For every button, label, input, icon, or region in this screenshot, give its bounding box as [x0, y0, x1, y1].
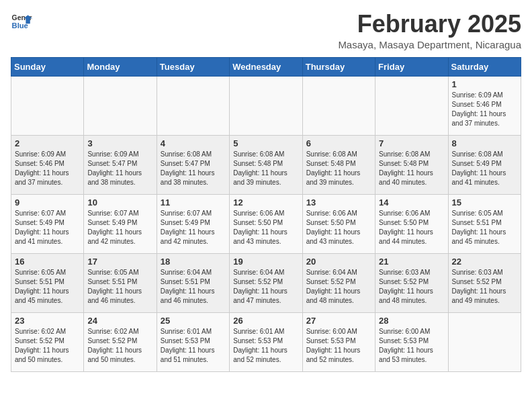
- logo: General Blue: [11, 11, 32, 32]
- day-number: 25: [161, 316, 226, 326]
- day-info: Sunrise: 6:08 AM Sunset: 5:49 PM Dayligh…: [452, 150, 517, 187]
- day-number: 18: [161, 257, 226, 267]
- calendar-cell: 10Sunrise: 6:07 AM Sunset: 5:49 PM Dayli…: [84, 194, 157, 253]
- weekday-header-saturday: Saturday: [448, 57, 521, 76]
- week-row-3: 9Sunrise: 6:07 AM Sunset: 5:49 PM Daylig…: [11, 194, 521, 253]
- day-info: Sunrise: 6:05 AM Sunset: 5:51 PM Dayligh…: [452, 209, 517, 246]
- day-number: 19: [233, 257, 298, 267]
- page-header: General Blue February 2025 Masaya, Masay…: [11, 11, 521, 50]
- calendar-cell: 25Sunrise: 6:01 AM Sunset: 5:53 PM Dayli…: [157, 312, 229, 371]
- calendar-cell: 19Sunrise: 6:04 AM Sunset: 5:52 PM Dayli…: [230, 253, 302, 312]
- day-info: Sunrise: 6:03 AM Sunset: 5:52 PM Dayligh…: [379, 268, 444, 306]
- calendar-cell: 28Sunrise: 6:00 AM Sunset: 5:53 PM Dayli…: [375, 312, 448, 371]
- day-info: Sunrise: 6:01 AM Sunset: 5:53 PM Dayligh…: [161, 327, 226, 365]
- day-info: Sunrise: 6:04 AM Sunset: 5:51 PM Dayligh…: [161, 268, 226, 306]
- weekday-header-friday: Friday: [375, 57, 448, 76]
- calendar-cell: [230, 76, 302, 135]
- day-number: 28: [379, 316, 444, 326]
- calendar-cell: 21Sunrise: 6:03 AM Sunset: 5:52 PM Dayli…: [375, 253, 448, 312]
- day-number: 26: [233, 316, 298, 326]
- calendar-cell: 2Sunrise: 6:09 AM Sunset: 5:46 PM Daylig…: [11, 135, 84, 194]
- day-number: 23: [15, 316, 80, 326]
- calendar-cell: 12Sunrise: 6:06 AM Sunset: 5:50 PM Dayli…: [230, 194, 302, 253]
- day-info: Sunrise: 6:02 AM Sunset: 5:52 PM Dayligh…: [87, 327, 152, 365]
- calendar-cell: 20Sunrise: 6:04 AM Sunset: 5:52 PM Dayli…: [302, 253, 375, 312]
- day-number: 15: [452, 197, 517, 208]
- day-info: Sunrise: 6:08 AM Sunset: 5:47 PM Dayligh…: [161, 150, 226, 187]
- day-number: 14: [379, 197, 444, 208]
- day-number: 5: [233, 138, 298, 148]
- day-info: Sunrise: 6:06 AM Sunset: 5:50 PM Dayligh…: [306, 209, 371, 246]
- day-number: 20: [306, 257, 371, 267]
- weekday-header-monday: Monday: [84, 57, 157, 76]
- day-number: 21: [379, 257, 444, 267]
- day-number: 11: [161, 197, 226, 208]
- day-info: Sunrise: 6:07 AM Sunset: 5:49 PM Dayligh…: [161, 209, 226, 246]
- calendar-cell: 7Sunrise: 6:08 AM Sunset: 5:48 PM Daylig…: [375, 135, 448, 194]
- calendar-cell: 3Sunrise: 6:09 AM Sunset: 5:47 PM Daylig…: [84, 135, 157, 194]
- day-info: Sunrise: 6:05 AM Sunset: 5:51 PM Dayligh…: [15, 268, 80, 306]
- day-info: Sunrise: 6:06 AM Sunset: 5:50 PM Dayligh…: [379, 209, 444, 246]
- day-number: 6: [306, 138, 371, 148]
- week-row-5: 23Sunrise: 6:02 AM Sunset: 5:52 PM Dayli…: [11, 312, 521, 371]
- calendar-cell: 16Sunrise: 6:05 AM Sunset: 5:51 PM Dayli…: [11, 253, 84, 312]
- calendar-cell: [84, 76, 157, 135]
- day-info: Sunrise: 6:02 AM Sunset: 5:52 PM Dayligh…: [15, 327, 80, 365]
- day-info: Sunrise: 6:08 AM Sunset: 5:48 PM Dayligh…: [306, 150, 371, 187]
- day-number: 22: [452, 257, 517, 267]
- day-number: 13: [306, 197, 371, 208]
- day-info: Sunrise: 6:08 AM Sunset: 5:48 PM Dayligh…: [379, 150, 444, 187]
- logo-icon: General Blue: [11, 11, 32, 32]
- day-info: Sunrise: 6:07 AM Sunset: 5:49 PM Dayligh…: [15, 209, 80, 246]
- day-info: Sunrise: 6:04 AM Sunset: 5:52 PM Dayligh…: [233, 268, 298, 306]
- calendar-cell: 6Sunrise: 6:08 AM Sunset: 5:48 PM Daylig…: [302, 135, 375, 194]
- calendar-cell: [375, 76, 448, 135]
- day-number: 7: [379, 138, 444, 148]
- day-number: 12: [233, 197, 298, 208]
- calendar-cell: 15Sunrise: 6:05 AM Sunset: 5:51 PM Dayli…: [448, 194, 521, 253]
- day-info: Sunrise: 6:09 AM Sunset: 5:47 PM Dayligh…: [87, 150, 152, 187]
- day-number: 3: [87, 138, 152, 148]
- day-info: Sunrise: 6:09 AM Sunset: 5:46 PM Dayligh…: [15, 150, 80, 187]
- day-number: 1: [452, 79, 517, 89]
- location-subtitle: Masaya, Masaya Department, Nicaragua: [338, 39, 521, 50]
- day-info: Sunrise: 6:00 AM Sunset: 5:53 PM Dayligh…: [379, 327, 444, 365]
- calendar-cell: 27Sunrise: 6:00 AM Sunset: 5:53 PM Dayli…: [302, 312, 375, 371]
- calendar-cell: 9Sunrise: 6:07 AM Sunset: 5:49 PM Daylig…: [11, 194, 84, 253]
- weekday-header-row: SundayMondayTuesdayWednesdayThursdayFrid…: [11, 57, 521, 76]
- day-number: 8: [452, 138, 517, 148]
- week-row-1: 1Sunrise: 6:09 AM Sunset: 5:46 PM Daylig…: [11, 76, 521, 135]
- day-info: Sunrise: 6:04 AM Sunset: 5:52 PM Dayligh…: [306, 268, 371, 306]
- day-number: 17: [87, 257, 152, 267]
- title-block: February 2025 Masaya, Masaya Department,…: [338, 11, 521, 50]
- month-year-title: February 2025: [338, 11, 521, 38]
- day-info: Sunrise: 6:00 AM Sunset: 5:53 PM Dayligh…: [306, 327, 371, 365]
- weekday-header-wednesday: Wednesday: [230, 57, 302, 76]
- day-info: Sunrise: 6:03 AM Sunset: 5:52 PM Dayligh…: [452, 268, 517, 306]
- day-number: 4: [161, 138, 226, 148]
- calendar-cell: 11Sunrise: 6:07 AM Sunset: 5:49 PM Dayli…: [157, 194, 229, 253]
- calendar-cell: 26Sunrise: 6:01 AM Sunset: 5:53 PM Dayli…: [230, 312, 302, 371]
- day-number: 24: [87, 316, 152, 326]
- day-number: 9: [15, 197, 80, 208]
- calendar-cell: 22Sunrise: 6:03 AM Sunset: 5:52 PM Dayli…: [448, 253, 521, 312]
- calendar-cell: 8Sunrise: 6:08 AM Sunset: 5:49 PM Daylig…: [448, 135, 521, 194]
- calendar-cell: 14Sunrise: 6:06 AM Sunset: 5:50 PM Dayli…: [375, 194, 448, 253]
- calendar-cell: 13Sunrise: 6:06 AM Sunset: 5:50 PM Dayli…: [302, 194, 375, 253]
- day-number: 2: [15, 138, 80, 148]
- calendar-cell: 17Sunrise: 6:05 AM Sunset: 5:51 PM Dayli…: [84, 253, 157, 312]
- calendar-cell: 23Sunrise: 6:02 AM Sunset: 5:52 PM Dayli…: [11, 312, 84, 371]
- weekday-header-tuesday: Tuesday: [157, 57, 229, 76]
- calendar-table: SundayMondayTuesdayWednesdayThursdayFrid…: [11, 57, 521, 372]
- week-row-4: 16Sunrise: 6:05 AM Sunset: 5:51 PM Dayli…: [11, 253, 521, 312]
- day-number: 16: [15, 257, 80, 267]
- weekday-header-thursday: Thursday: [302, 57, 375, 76]
- calendar-cell: 1Sunrise: 6:09 AM Sunset: 5:46 PM Daylig…: [448, 76, 521, 135]
- calendar-cell: [448, 312, 521, 371]
- calendar-cell: 5Sunrise: 6:08 AM Sunset: 5:48 PM Daylig…: [230, 135, 302, 194]
- weekday-header-sunday: Sunday: [11, 57, 84, 76]
- calendar-cell: [11, 76, 84, 135]
- week-row-2: 2Sunrise: 6:09 AM Sunset: 5:46 PM Daylig…: [11, 135, 521, 194]
- calendar-cell: [157, 76, 229, 135]
- day-info: Sunrise: 6:08 AM Sunset: 5:48 PM Dayligh…: [233, 150, 298, 187]
